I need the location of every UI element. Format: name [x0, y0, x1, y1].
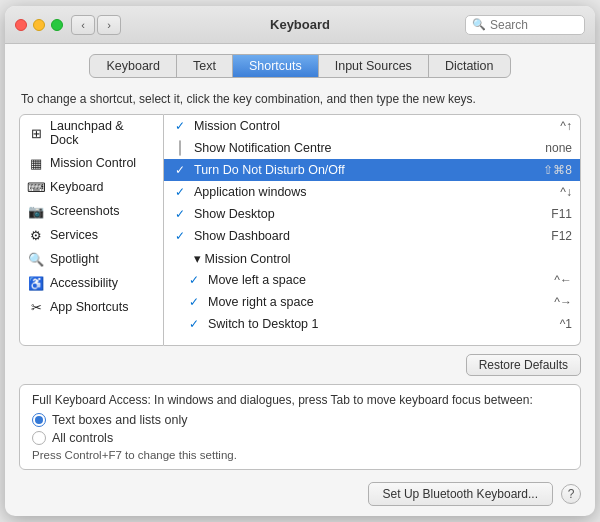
sidebar-label-keyboard: Keyboard	[50, 180, 104, 194]
sidebar-item-spotlight[interactable]: 🔍 Spotlight	[20, 247, 163, 271]
window-title: Keyboard	[270, 17, 330, 32]
sidebar-label-launchpad: Launchpad & Dock	[50, 119, 155, 147]
shortcut-key-show-dashboard: F12	[551, 229, 572, 243]
tab-keyboard[interactable]: Keyboard	[90, 55, 177, 77]
shortcut-name-app-windows: Application windows	[194, 185, 554, 199]
help-button[interactable]: ?	[561, 484, 581, 504]
shortcut-row-switch-desktop[interactable]: ✓ Switch to Desktop 1 ^1	[164, 313, 580, 335]
shortcut-key-move-right: ^→	[554, 295, 572, 309]
shortcut-name-move-left: Move left a space	[208, 273, 548, 287]
shortcut-name-move-right: Move right a space	[208, 295, 548, 309]
check-mission-control: ✓	[172, 119, 188, 133]
nav-buttons: ‹ ›	[71, 15, 121, 35]
sidebar-item-mission-control[interactable]: ▦ Mission Control	[20, 151, 163, 175]
control-info-text: Press Control+F7 to change this setting.	[32, 449, 568, 461]
sidebar-label-spotlight: Spotlight	[50, 252, 99, 266]
radio-option-text-boxes[interactable]: Text boxes and lists only	[32, 413, 568, 427]
bluetooth-keyboard-button[interactable]: Set Up Bluetooth Keyboard...	[368, 482, 553, 506]
shortcut-key-notification: none	[545, 141, 572, 155]
radio-label-all-controls: All controls	[52, 431, 113, 445]
back-button[interactable]: ‹	[71, 15, 95, 35]
keyboard-access-section: Full Keyboard Access: In windows and dia…	[19, 384, 581, 470]
sidebar-item-launchpad[interactable]: ⊞ Launchpad & Dock	[20, 115, 163, 151]
maximize-button[interactable]	[51, 19, 63, 31]
sidebar-item-services[interactable]: ⚙ Services	[20, 223, 163, 247]
bottom-section: Restore Defaults Full Keyboard Access: I…	[5, 346, 595, 476]
shortcut-row-mission-control[interactable]: ✓ Mission Control ^↑	[164, 115, 580, 137]
shortcut-name-show-desktop: Show Desktop	[194, 207, 545, 221]
tab-text[interactable]: Text	[177, 55, 233, 77]
shortcut-row-app-windows[interactable]: ✓ Application windows ^↓	[164, 181, 580, 203]
sidebar: ⊞ Launchpad & Dock ▦ Mission Control ⌨ K…	[19, 114, 164, 346]
shortcut-row-move-left[interactable]: ✓ Move left a space ^←	[164, 269, 580, 291]
tabs-bar: Keyboard Text Shortcuts Input Sources Di…	[5, 44, 595, 86]
shortcut-key-switch-desktop: ^1	[560, 317, 572, 331]
radio-all-controls[interactable]	[32, 431, 46, 445]
radio-dot-text-boxes	[35, 416, 43, 424]
forward-button[interactable]: ›	[97, 15, 121, 35]
sidebar-label-app-shortcuts: App Shortcuts	[50, 300, 129, 314]
shortcut-name-show-dashboard: Show Dashboard	[194, 229, 545, 243]
check-do-not-disturb: ✓	[172, 163, 188, 177]
shortcut-key-app-windows: ^↓	[560, 185, 572, 199]
shortcut-name-do-not-disturb: Turn Do Not Disturb On/Off	[194, 163, 537, 177]
check-notification	[172, 141, 188, 155]
restore-defaults-button[interactable]: Restore Defaults	[466, 354, 581, 376]
radio-text-boxes[interactable]	[32, 413, 46, 427]
accessibility-icon: ♿	[28, 275, 44, 291]
keyboard-icon: ⌨	[28, 179, 44, 195]
shortcut-name-switch-desktop: Switch to Desktop 1	[208, 317, 554, 331]
sidebar-item-keyboard[interactable]: ⌨ Keyboard	[20, 175, 163, 199]
check-show-desktop: ✓	[172, 207, 188, 221]
sidebar-item-app-shortcuts[interactable]: ✂ App Shortcuts	[20, 295, 163, 319]
shortcut-row-move-right[interactable]: ✓ Move right a space ^→	[164, 291, 580, 313]
sidebar-label-screenshots: Screenshots	[50, 204, 119, 218]
description-text: To change a shortcut, select it, click t…	[5, 86, 595, 114]
tabs-container: Keyboard Text Shortcuts Input Sources Di…	[89, 54, 510, 78]
shortcut-key-move-left: ^←	[554, 273, 572, 287]
keyboard-access-title: Full Keyboard Access: In windows and dia…	[32, 393, 568, 407]
sidebar-item-screenshots[interactable]: 📷 Screenshots	[20, 199, 163, 223]
restore-defaults-row: Restore Defaults	[19, 354, 581, 376]
services-icon: ⚙	[28, 227, 44, 243]
radio-label-text-boxes: Text boxes and lists only	[52, 413, 188, 427]
search-input[interactable]	[490, 18, 570, 32]
check-move-right: ✓	[186, 295, 202, 309]
tab-dictation[interactable]: Dictation	[429, 55, 510, 77]
shortcut-key-mission-control: ^↑	[560, 119, 572, 133]
search-box[interactable]: 🔍	[465, 15, 585, 35]
check-move-left: ✓	[186, 273, 202, 287]
spotlight-icon: 🔍	[28, 251, 44, 267]
shortcut-key-show-desktop: F11	[551, 207, 572, 221]
shortcut-row-show-dashboard[interactable]: ✓ Show Dashboard F12	[164, 225, 580, 247]
shortcut-row-show-desktop[interactable]: ✓ Show Desktop F11	[164, 203, 580, 225]
app-shortcuts-icon: ✂	[28, 299, 44, 315]
shortcut-name-notification: Show Notification Centre	[194, 141, 539, 155]
shortcut-name-mc-sub: ▾ Mission Control	[194, 251, 566, 266]
titlebar: ‹ › Keyboard 🔍	[5, 6, 595, 44]
traffic-lights	[15, 19, 63, 31]
sidebar-label-accessibility: Accessibility	[50, 276, 118, 290]
shortcut-row-mission-control-sub[interactable]: ▾ Mission Control	[164, 247, 580, 269]
radio-option-all-controls[interactable]: All controls	[32, 431, 568, 445]
shortcut-row-do-not-disturb[interactable]: ✓ Turn Do Not Disturb On/Off ⇧⌘8	[164, 159, 580, 181]
shortcut-name-mission-control: Mission Control	[194, 119, 554, 133]
check-app-windows: ✓	[172, 185, 188, 199]
screenshots-icon: 📷	[28, 203, 44, 219]
sidebar-label-mission-control: Mission Control	[50, 156, 136, 170]
search-icon: 🔍	[472, 18, 486, 31]
keyboard-preferences-window: ‹ › Keyboard 🔍 Keyboard Text Shortcuts I…	[5, 6, 595, 516]
close-button[interactable]	[15, 19, 27, 31]
footer: Set Up Bluetooth Keyboard... ?	[5, 476, 595, 516]
minimize-button[interactable]	[33, 19, 45, 31]
sidebar-item-accessibility[interactable]: ♿ Accessibility	[20, 271, 163, 295]
tab-input-sources[interactable]: Input Sources	[319, 55, 429, 77]
check-show-dashboard: ✓	[172, 229, 188, 243]
shortcut-key-do-not-disturb: ⇧⌘8	[543, 163, 572, 177]
shortcuts-panel: ✓ Mission Control ^↑ Show Notification C…	[164, 114, 581, 346]
check-switch-desktop: ✓	[186, 317, 202, 331]
shortcut-row-notification[interactable]: Show Notification Centre none	[164, 137, 580, 159]
main-content: ⊞ Launchpad & Dock ▦ Mission Control ⌨ K…	[5, 114, 595, 346]
tab-shortcuts[interactable]: Shortcuts	[233, 55, 319, 77]
sidebar-label-services: Services	[50, 228, 98, 242]
